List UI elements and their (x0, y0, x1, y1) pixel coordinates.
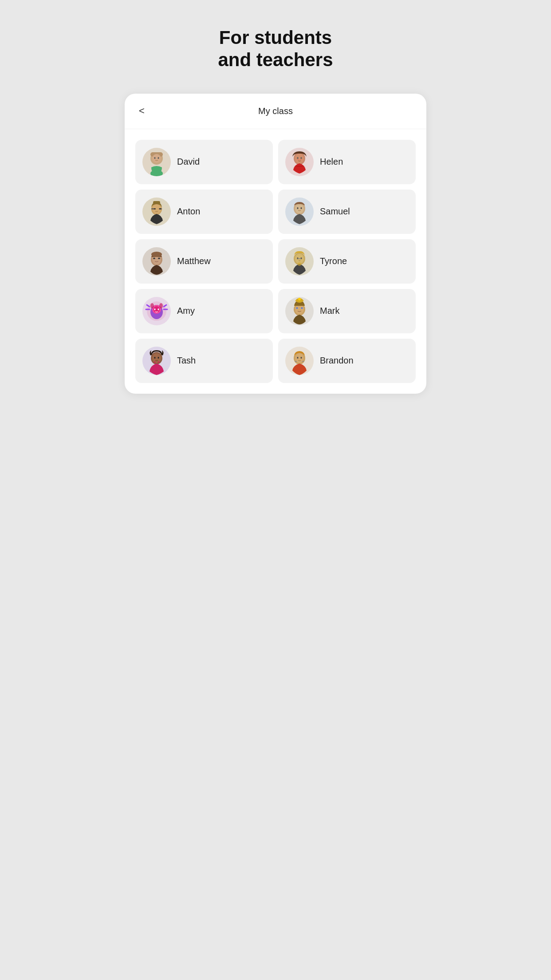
svg-point-20 (154, 208, 156, 209)
svg-point-4 (154, 157, 156, 159)
svg-point-13 (297, 159, 299, 160)
svg-point-48 (150, 303, 154, 308)
avatar-helen (285, 148, 314, 176)
svg-point-21 (159, 208, 161, 209)
card-header: < My class (125, 94, 426, 129)
student-name-tash: Tash (177, 356, 196, 366)
svg-point-63 (157, 361, 159, 363)
svg-point-49 (159, 303, 163, 308)
avatar-mark (285, 297, 314, 325)
svg-point-56 (296, 307, 298, 309)
svg-point-28 (151, 252, 162, 257)
svg-point-8 (295, 154, 304, 163)
svg-point-66 (297, 357, 299, 359)
student-name-anton: Anton (177, 206, 200, 217)
svg-point-67 (301, 357, 302, 359)
avatar-david (142, 148, 171, 176)
student-card-brandon[interactable]: Brandon (278, 339, 416, 383)
svg-point-62 (154, 361, 156, 363)
svg-point-3 (152, 154, 161, 163)
avatar-tash (142, 347, 171, 375)
student-name-tyrone: Tyrone (320, 256, 347, 266)
svg-point-51 (295, 304, 304, 314)
svg-point-61 (158, 357, 159, 359)
svg-point-32 (158, 257, 160, 259)
svg-point-60 (154, 357, 156, 359)
student-name-david: David (177, 157, 200, 167)
svg-point-11 (297, 158, 298, 158)
student-name-samuel: Samuel (320, 206, 350, 217)
svg-point-24 (297, 207, 299, 209)
avatar-anton (142, 198, 171, 226)
svg-rect-18 (151, 208, 154, 209)
svg-point-25 (301, 207, 302, 209)
student-card-tash[interactable]: Tash (135, 339, 273, 383)
student-card-anton[interactable]: Anton (135, 190, 273, 234)
student-card-tyrone[interactable]: Tyrone (278, 239, 416, 284)
student-card-amy[interactable]: Amy (135, 289, 273, 333)
avatar-matthew (142, 247, 171, 276)
svg-point-59 (152, 353, 161, 363)
avatar-tyrone (285, 247, 314, 276)
student-card-samuel[interactable]: Samuel (278, 190, 416, 234)
avatar-samuel (285, 198, 314, 226)
avatar-amy (142, 297, 171, 325)
svg-point-5 (158, 157, 159, 159)
svg-point-53 (298, 298, 301, 300)
svg-point-14 (300, 159, 302, 160)
svg-point-23 (295, 204, 304, 213)
student-card-david[interactable]: David (135, 140, 273, 184)
back-button[interactable]: < (135, 103, 148, 119)
students-grid: David Helen Anton Samuel (125, 129, 426, 394)
svg-point-42 (154, 308, 156, 310)
svg-point-43 (158, 308, 159, 310)
student-card-mark[interactable]: Mark (278, 289, 416, 333)
card-title: My class (258, 106, 293, 116)
student-card-matthew[interactable]: Matthew (135, 239, 273, 284)
student-name-brandon: Brandon (320, 356, 354, 366)
student-name-amy: Amy (177, 306, 195, 316)
student-name-matthew: Matthew (177, 256, 211, 266)
avatar-brandon (285, 347, 314, 375)
svg-point-57 (301, 307, 303, 309)
svg-point-12 (301, 158, 301, 158)
student-name-helen: Helen (320, 157, 343, 167)
svg-point-37 (298, 262, 301, 266)
student-name-mark: Mark (320, 306, 339, 316)
class-card: < My class David Helen (125, 94, 426, 394)
page-title: For students and teachers (218, 27, 333, 71)
svg-point-31 (153, 257, 155, 259)
student-card-helen[interactable]: Helen (278, 140, 416, 184)
